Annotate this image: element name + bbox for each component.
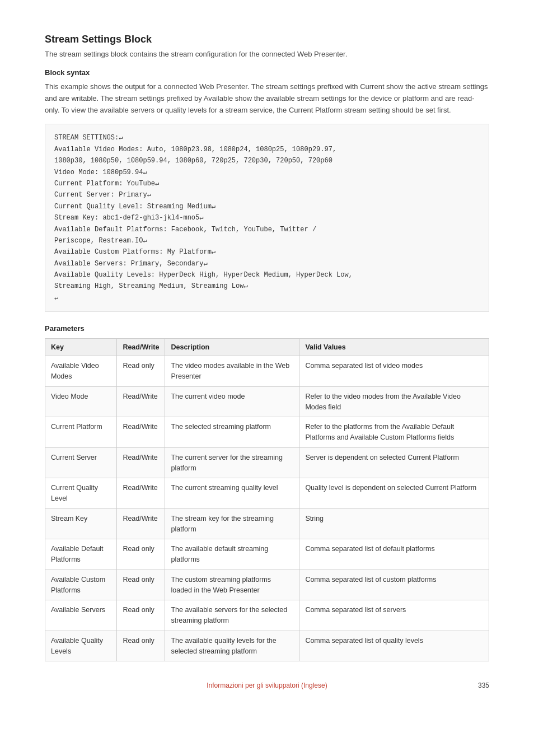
cell-readwrite: Read/Write — [117, 508, 165, 539]
cell-valid-values: String — [299, 508, 489, 539]
cell-readwrite: Read only — [117, 539, 165, 570]
cell-valid-values: Quality level is dependent on selected C… — [299, 478, 489, 509]
cell-key: Available Video Modes — [45, 356, 117, 387]
cell-readwrite: Read only — [117, 570, 165, 600]
cell-key: Available Servers — [45, 600, 117, 631]
footer-center: Informazioni per gli sviluppatori (Ingle… — [0, 682, 534, 689]
cell-key: Available Default Platforms — [45, 539, 117, 570]
parameters-table: Key Read/Write Description Valid Values … — [45, 338, 489, 661]
page-container: Stream Settings Block The stream setting… — [0, 0, 534, 706]
cell-valid-values: Server is dependent on selected Current … — [299, 447, 489, 478]
cell-readwrite: Read/Write — [117, 447, 165, 478]
parameters-heading: Parameters — [45, 324, 489, 333]
cell-key: Available Custom Platforms — [45, 570, 117, 600]
cell-key: Current Server — [45, 447, 117, 478]
block-syntax-body: This example shows the output for a conn… — [45, 81, 489, 116]
table-header-row: Key Read/Write Description Valid Values — [45, 339, 489, 356]
table-row: Available Default PlatformsRead onlyThe … — [45, 539, 489, 570]
cell-description: The selected streaming platform — [165, 417, 299, 448]
table-row: Available Quality LevelsRead onlyThe ava… — [45, 631, 489, 661]
table-row: Current PlatformRead/WriteThe selected s… — [45, 417, 489, 448]
cell-valid-values: Comma separated list of quality levels — [299, 631, 489, 661]
cell-valid-values: Refer to the video modes from the Availa… — [299, 386, 489, 417]
cell-key: Current Quality Level — [45, 478, 117, 509]
table-row: Available Video ModesRead onlyThe video … — [45, 356, 489, 387]
table-row: Current Quality LevelRead/WriteThe curre… — [45, 478, 489, 509]
cell-readwrite: Read/Write — [117, 478, 165, 509]
section-title: Stream Settings Block — [45, 34, 489, 45]
cell-key: Stream Key — [45, 508, 117, 539]
table-row: Video ModeRead/WriteThe current video mo… — [45, 386, 489, 417]
cell-key: Video Mode — [45, 386, 117, 417]
section-description: The stream settings block contains the s… — [45, 50, 489, 58]
footer-page-number: 335 — [478, 682, 489, 689]
cell-valid-values: Refer to the platforms from the Availabl… — [299, 417, 489, 448]
cell-valid-values: Comma separated list of default platform… — [299, 539, 489, 570]
col-readwrite: Read/Write — [117, 339, 165, 356]
cell-readwrite: Read only — [117, 356, 165, 387]
col-key: Key — [45, 339, 117, 356]
cell-readwrite: Read/Write — [117, 386, 165, 417]
cell-description: The available default streaming platform… — [165, 539, 299, 570]
cell-valid-values: Comma separated list of custom platforms — [299, 570, 489, 600]
cell-valid-values: Comma separated list of video modes — [299, 356, 489, 387]
block-syntax-heading: Block syntax — [45, 68, 489, 77]
cell-description: The available quality levels for the sel… — [165, 631, 299, 661]
cell-readwrite: Read only — [117, 631, 165, 661]
cell-description: The video modes available in the Web Pre… — [165, 356, 299, 387]
cell-description: The available servers for the selected s… — [165, 600, 299, 631]
cell-description: The current video mode — [165, 386, 299, 417]
cell-description: The stream key for the streaming platfor… — [165, 508, 299, 539]
cell-description: The current server for the streaming pla… — [165, 447, 299, 478]
cell-valid-values: Comma separated list of servers — [299, 600, 489, 631]
table-row: Available ServersRead onlyThe available … — [45, 600, 489, 631]
cell-key: Current Platform — [45, 417, 117, 448]
col-description: Description — [165, 339, 299, 356]
cell-description: The current streaming quality level — [165, 478, 299, 509]
table-row: Stream KeyRead/WriteThe stream key for t… — [45, 508, 489, 539]
cell-description: The custom streaming platforms loaded in… — [165, 570, 299, 600]
code-block: STREAM SETTINGS:↵ Available Video Modes:… — [45, 124, 489, 312]
col-valid-values: Valid Values — [299, 339, 489, 356]
cell-readwrite: Read/Write — [117, 417, 165, 448]
table-row: Current ServerRead/WriteThe current serv… — [45, 447, 489, 478]
cell-key: Available Quality Levels — [45, 631, 117, 661]
cell-readwrite: Read only — [117, 600, 165, 631]
table-row: Available Custom PlatformsRead onlyThe c… — [45, 570, 489, 600]
